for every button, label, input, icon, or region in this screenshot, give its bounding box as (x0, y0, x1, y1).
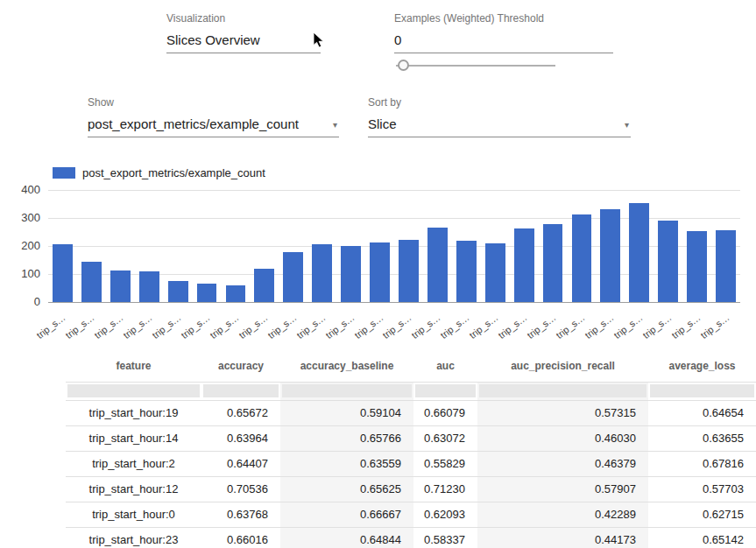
bar[interactable] (514, 228, 534, 302)
metric-cell: 0.46030 (477, 426, 648, 451)
feature-cell: trip_start_hour:2 (66, 452, 201, 476)
table-row: trip_start_hour:120.705360.656250.712300… (66, 476, 756, 502)
bar[interactable] (81, 262, 102, 302)
y-tick-label: 300 (0, 211, 40, 224)
filter-input[interactable] (67, 384, 200, 397)
metric-cell: 0.71230 (413, 477, 477, 502)
table-row: trip_start_hour:230.660160.648440.583370… (66, 527, 756, 548)
table-row: trip_start_hour:190.656720.591040.660790… (66, 400, 756, 425)
sort-by-dropdown[interactable]: Slice ▾ (368, 112, 631, 137)
gridline (48, 302, 740, 303)
bar[interactable] (629, 203, 649, 302)
metric-cell: 0.63072 (413, 426, 477, 451)
dropdown-arrow-icon: ▾ (625, 120, 629, 130)
bar[interactable] (600, 209, 620, 302)
bar[interactable] (226, 285, 246, 302)
bar[interactable] (312, 244, 332, 302)
column-header-average_loss[interactable]: average_loss (648, 350, 756, 382)
bar[interactable] (687, 231, 707, 302)
mouse-cursor-icon (313, 32, 326, 52)
example-count-chart: post_export_metrics/example_count 400300… (0, 165, 756, 350)
show-label: Show (88, 96, 339, 109)
dropdown-arrow-icon: ▾ (333, 120, 337, 130)
y-tick-label: 200 (0, 239, 40, 252)
sort-by-control: Sort by Slice ▾ (368, 96, 631, 137)
bar[interactable] (283, 252, 303, 302)
show-dropdown[interactable]: post_export_metrics/example_count ▾ (88, 112, 339, 137)
visualization-value: Slices Overview (166, 32, 260, 47)
table-filter-row (66, 383, 756, 400)
bar[interactable] (543, 224, 563, 302)
bar[interactable] (399, 240, 419, 302)
sort-by-label: Sort by (368, 96, 631, 109)
bar[interactable] (110, 270, 131, 302)
filter-input[interactable] (479, 384, 646, 397)
bar[interactable] (485, 243, 505, 302)
feature-cell: trip_start_hour:23 (66, 528, 201, 548)
threshold-label: Examples (Weighted) Threshold (394, 12, 613, 25)
legend-label: post_export_metrics/example_count (82, 166, 265, 179)
metric-cell: 0.62715 (648, 502, 756, 527)
metric-cell: 0.70536 (201, 477, 280, 502)
filter-input[interactable] (203, 384, 279, 397)
filter-cell (648, 383, 756, 400)
threshold-slider[interactable] (396, 60, 555, 72)
bar[interactable] (427, 228, 448, 302)
bar[interactable] (341, 246, 361, 302)
y-tick-label: 400 (0, 183, 40, 196)
metric-cell: 0.64654 (648, 401, 756, 425)
column-header-accuracy_baseline[interactable]: accuracy_baseline (280, 350, 413, 382)
bar[interactable] (197, 284, 217, 302)
metric-cell: 0.59104 (280, 401, 413, 425)
bar[interactable] (254, 269, 274, 302)
table-body: trip_start_hour:190.656720.591040.660790… (66, 400, 756, 548)
metric-cell: 0.66079 (413, 401, 477, 425)
metric-cell: 0.42289 (477, 502, 648, 527)
gridline (48, 190, 740, 191)
slicing-metrics-view: Visualization Slices Overview ▾ Examples… (0, 0, 756, 548)
bar[interactable] (53, 244, 73, 302)
metric-cell: 0.65672 (201, 401, 280, 425)
feature-cell: trip_start_hour:12 (66, 477, 201, 502)
legend-swatch (53, 167, 75, 179)
metric-cell: 0.44173 (477, 528, 648, 548)
chart-legend: post_export_metrics/example_count (53, 166, 265, 179)
bar[interactable] (716, 230, 736, 302)
table-row: trip_start_hour:140.639640.657660.630720… (66, 425, 756, 451)
metric-cell: 0.64844 (280, 528, 413, 548)
filter-cell (413, 383, 477, 400)
slider-handle[interactable] (398, 60, 409, 71)
column-header-feature[interactable]: feature (66, 350, 201, 382)
filter-cell (201, 383, 280, 400)
column-header-accuracy[interactable]: accuracy (201, 350, 280, 382)
bar[interactable] (370, 242, 390, 302)
filter-input[interactable] (650, 384, 754, 397)
slider-track[interactable] (396, 65, 555, 67)
bar[interactable] (139, 271, 159, 302)
column-header-auc_precision_recall[interactable]: auc_precision_recall (477, 350, 648, 382)
y-tick-label: 100 (0, 267, 40, 280)
table-row: trip_start_hour:00.637680.666670.620930.… (66, 502, 756, 527)
metric-cell: 0.63559 (280, 452, 413, 476)
filter-cell (280, 383, 413, 400)
bar[interactable] (572, 214, 592, 302)
visualization-dropdown[interactable]: Slices Overview ▾ (166, 28, 321, 53)
feature-cell: trip_start_hour:14 (66, 426, 201, 451)
sort-by-value: Slice (368, 116, 397, 131)
filter-input[interactable] (282, 384, 412, 397)
filter-cell (66, 383, 201, 400)
metric-cell: 0.66016 (201, 528, 280, 548)
bar[interactable] (168, 281, 188, 302)
metric-cell: 0.62093 (413, 502, 477, 527)
metric-cell: 0.65766 (280, 426, 413, 451)
filter-input[interactable] (415, 384, 476, 397)
metrics-table: featureaccuracyaccuracy_baselineaucauc_p… (66, 350, 756, 548)
threshold-input[interactable]: 0 (394, 28, 613, 53)
visualization-control: Visualization Slices Overview ▾ (166, 12, 321, 53)
threshold-control: Examples (Weighted) Threshold 0 (394, 12, 613, 53)
table-row: trip_start_hour:20.644070.635590.558290.… (66, 451, 756, 476)
bar[interactable] (658, 221, 678, 302)
bar[interactable] (456, 241, 477, 302)
metric-cell: 0.55829 (413, 452, 477, 476)
column-header-auc[interactable]: auc (413, 350, 477, 382)
